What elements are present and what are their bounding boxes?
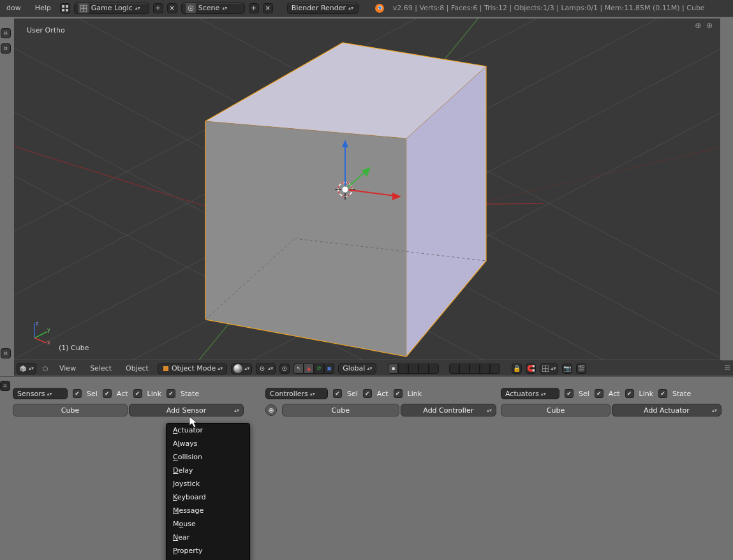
sensors-check-sel[interactable]: ✔ [73,389,82,398]
menu-help[interactable]: Help [30,1,56,15]
sensor-option-near[interactable]: Near [167,531,249,544]
sensor-option-delay[interactable]: Delay [167,464,249,477]
shading-dropdown[interactable]: ▴▾ [231,363,252,374]
actuators-object-button[interactable]: Cube [501,404,611,416]
3d-viewport[interactable]: User Ortho (1) Cube ⊕ ⊕ z y x [14,18,720,360]
controllers-check-link-label: Link [408,390,422,398]
actuators-check-link[interactable]: ✔ [625,389,634,398]
svg-rect-52 [163,366,168,371]
controllers-check-link[interactable]: ✔ [394,389,403,398]
editor-type-icon[interactable] [60,3,70,13]
controllers-check-act[interactable]: ✔ [363,389,372,398]
layout-remove-button[interactable]: × [167,3,177,13]
split-handle-icon[interactable] [722,360,733,376]
actuators-check-link-label: Link [639,390,654,398]
svg-text:z: z [36,321,38,327]
add-sensor-dropdown[interactable]: Add Sensor ▴▾ [129,404,244,416]
scene-remove-button[interactable]: × [263,3,273,13]
layers-b-top[interactable] [449,364,500,374]
sensors-dropdown[interactable]: Sensors ▴▾ [13,388,68,399]
gutter-icon-3[interactable]: ⌗ [1,348,11,358]
sensor-option-actuator[interactable]: Actuator [167,424,249,437]
manipulator-translate[interactable]: ▲ [304,364,314,374]
actuators-check-act-label: Act [609,390,620,398]
svg-point-42 [342,186,348,193]
manipulator-rotate[interactable]: ⟳ [314,364,324,374]
opengl-render-anim[interactable]: 🎬 [576,364,586,374]
controllers-add-icon[interactable]: ⊕ [265,404,277,416]
viewport-left-gutter: ⌗ ⌗ ⌗ [0,20,11,358]
actuators-label: Actuators [505,390,539,398]
scene-label: Scene [198,4,220,12]
pivot-toggle[interactable] [279,364,290,374]
sensor-option-mouse[interactable]: Mouse [167,517,249,531]
logic-gutter-icon[interactable]: ⌗ [0,381,10,391]
sensor-option-radar[interactable]: Radar [167,557,249,560]
sensors-check-sel-label: Sel [87,390,98,398]
cube-object[interactable] [205,43,486,357]
menu-view[interactable]: View [54,362,81,375]
scene-dropdown[interactable]: Scene ▴▾ [181,3,245,14]
lock-camera-icon[interactable]: 🔒 [512,364,522,374]
sensors-check-link-label: Link [147,390,162,398]
add-sensor-menu: Actuator Always Collision Delay Joystick… [166,423,250,560]
gutter-icon-2[interactable]: ⌗ [1,43,11,54]
menu-select[interactable]: Select [85,362,117,375]
snap-type-dropdown[interactable]: ▴▾ [540,363,558,374]
add-controller-label: Add Controller [423,406,473,415]
layers-a-top[interactable]: ▪ [388,364,439,374]
orientation-dropdown[interactable]: Global ▴▾ [338,363,376,374]
sensor-option-property[interactable]: Property [167,544,249,557]
layout-add-button[interactable]: + [153,3,163,13]
manipulator-scale[interactable]: ▣ [324,364,334,374]
chevron-updown-icon: ▴▾ [348,6,353,11]
screen-layout-dropdown[interactable]: Game Logic ▴▾ [74,3,149,14]
manipulator-enable[interactable]: ↖ [293,364,304,374]
sensors-object-button[interactable]: Cube [13,404,128,416]
sensor-option-joystick[interactable]: Joystick [167,477,249,490]
add-actuator-label: Add Actuator [644,406,690,415]
controllers-check-sel[interactable]: ✔ [333,389,342,398]
add-controller-dropdown[interactable]: Add Controller ▴▾ [401,404,497,416]
editor-type-dropdown[interactable]: ▴▾ [17,363,36,374]
menu-object[interactable]: Object [121,362,154,375]
snap-toggle[interactable]: 🧲 [526,364,536,374]
menu-window[interactable]: dow [1,1,26,15]
chevron-updown-icon: ▴▾ [222,6,227,11]
sensor-option-always[interactable]: Always [167,437,249,450]
svg-text:x: x [47,340,50,344]
sensors-check-act[interactable]: ✔ [103,389,112,398]
actuators-check-state[interactable]: ✔ [658,389,667,398]
controllers-object-button[interactable]: Cube [282,404,399,416]
sensors-check-state[interactable]: ✔ [167,389,175,398]
sensor-option-keyboard[interactable]: Keyboard [167,490,249,504]
sensors-check-link[interactable]: ✔ [133,389,142,398]
manipulator-toggles[interactable]: ↖ ▲ ⟳ ▣ [293,364,334,374]
scene-add-button[interactable]: + [249,3,259,13]
pivot-dropdown[interactable]: ▴▾ [256,363,276,374]
sensor-option-collision[interactable]: Collision [167,450,249,464]
add-actuator-dropdown[interactable]: Add Actuator ▴▾ [612,404,722,416]
sensor-option-message[interactable]: Message [167,504,249,517]
render-engine-dropdown[interactable]: Blender Render ▴▾ [287,3,359,14]
mode-dropdown[interactable]: Object Mode ▴▾ [158,363,227,374]
mini-axis-icon: z y x [28,319,54,344]
actuators-check-sel[interactable]: ✔ [565,389,574,398]
opengl-render-image[interactable]: 📷 [562,364,572,374]
svg-rect-0 [62,5,64,8]
controllers-dropdown[interactable]: Controllers ▴▾ [265,388,328,399]
logic-editor: ⌗ Sensors ▴▾ ✔ Sel ✔ Act ✔ Link ✔ State … [0,376,733,560]
svg-line-47 [34,338,47,343]
collapse-icon[interactable]: ○ [40,364,50,374]
gutter-icon-1[interactable]: ⌗ [1,28,11,38]
actuators-dropdown[interactable]: Actuators ▴▾ [501,388,559,399]
controllers-label: Controllers [270,390,308,398]
sensors-object-label: Cube [61,406,79,415]
svg-text:y: y [47,327,50,333]
sensors-column: Sensors ▴▾ ✔ Sel ✔ Act ✔ Link ✔ State Cu… [13,387,244,416]
pivot-icon [258,365,266,372]
actuators-check-act[interactable]: ✔ [595,389,603,398]
layout-label: Game Logic [91,4,133,12]
actuators-check-state-label: State [672,390,691,398]
viewport-expand-icon[interactable]: ⊕ ⊕ [695,21,713,30]
